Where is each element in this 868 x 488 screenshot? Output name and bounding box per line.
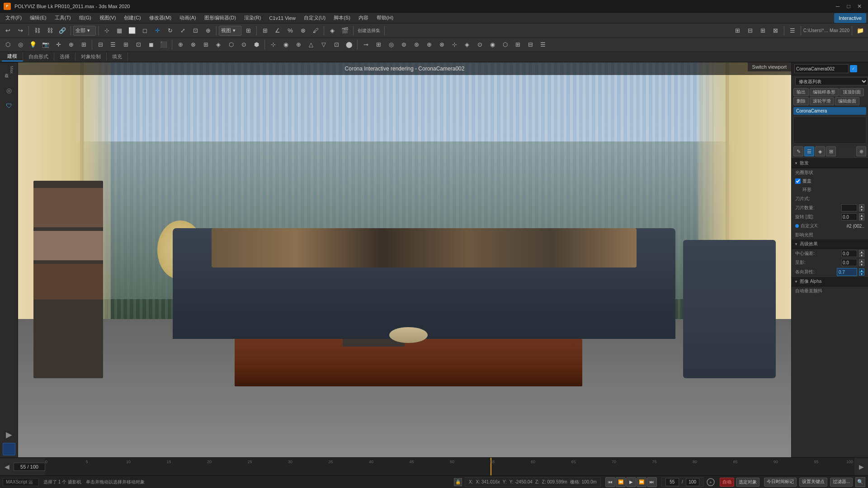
unlink-button[interactable]: ⛓ <box>44 25 56 37</box>
prev-frame-button[interactable]: ⏪ <box>616 477 626 487</box>
tool-35[interactable]: ☰ <box>537 39 549 51</box>
tool-25[interactable]: ⊛ <box>410 39 422 51</box>
maximize-button[interactable]: □ <box>844 1 854 11</box>
undo-button[interactable]: ↩ <box>2 25 14 37</box>
tab-populate[interactable]: 填充 <box>107 52 128 61</box>
panel-tab-4[interactable]: ⊞ <box>826 146 836 156</box>
center-up[interactable]: ▲ <box>859 250 864 253</box>
cross-section-button[interactable]: 顶顶剖面 <box>840 88 864 96</box>
panel-tab-1[interactable]: ✎ <box>793 146 803 156</box>
tool-15[interactable]: ◉ <box>280 39 292 51</box>
menu-render[interactable]: 渲染(R) <box>241 13 264 23</box>
close-button[interactable]: ✕ <box>854 1 864 11</box>
search-button[interactable]: 🔍 <box>855 477 865 487</box>
sidebar-gizmo-1[interactable]: ◎ <box>2 83 16 98</box>
create-camera[interactable]: 📷 <box>40 39 52 51</box>
tool-29[interactable]: ◈ <box>461 39 473 51</box>
tool-3[interactable]: ⊞ <box>120 39 132 51</box>
rotate-tool[interactable]: ↻ <box>164 25 176 37</box>
tool-30[interactable]: ⊙ <box>474 39 486 51</box>
use-pivot[interactable]: ⊕ <box>202 25 214 37</box>
tool-12[interactable]: ⊙ <box>238 39 250 51</box>
tool-24[interactable]: ⊚ <box>398 39 410 51</box>
select-region[interactable]: ◻ <box>139 25 151 37</box>
emission-section-header[interactable]: 散发 <box>792 159 868 168</box>
tool-21[interactable]: ⊸ <box>360 39 372 51</box>
workspaces[interactable]: ⊠ <box>770 25 782 37</box>
interactive-render-button[interactable]: Interactive <box>834 13 866 23</box>
modifier-list-dropdown[interactable]: 修改器列表 <box>795 77 868 85</box>
camera-name-input[interactable] <box>794 64 849 73</box>
delete-button[interactable]: 删除 <box>793 97 809 105</box>
tool-34[interactable]: ⊟ <box>524 39 536 51</box>
alpha-section-header[interactable]: 图像 Alpha <box>792 277 868 286</box>
corona-camera-item[interactable]: CoronaCamera <box>793 107 866 115</box>
panel-tab-3[interactable]: ◈ <box>815 146 825 156</box>
tab-paint[interactable]: 对象绘制 <box>75 52 107 61</box>
scale-tool[interactable]: ⤢ <box>177 25 189 37</box>
viewport-config[interactable]: ⊞ <box>242 25 254 37</box>
add-time-button[interactable]: + <box>706 478 715 487</box>
tool-22[interactable]: ⊞ <box>373 39 384 51</box>
link-button[interactable]: ⛓ <box>31 25 43 37</box>
viewport-area[interactable]: Corona Interactive rendering - CoronaCam… <box>18 62 791 457</box>
sidebar-gizmo-2[interactable]: 🛡 <box>2 99 16 113</box>
layer-manager[interactable]: ⊞ <box>732 25 744 37</box>
menu-view[interactable]: 视图(V) <box>96 13 120 23</box>
scene-explorer[interactable]: ⊟ <box>745 25 756 37</box>
rotation-input[interactable] <box>841 213 857 221</box>
snap-spinner[interactable]: ⊗ <box>297 25 309 37</box>
tool-33[interactable]: ⊞ <box>512 39 524 51</box>
tool-8[interactable]: ⊗ <box>187 39 199 51</box>
tool-19[interactable]: ⊡ <box>330 39 342 51</box>
advanced-section-header[interactable]: 高级效果 <box>792 239 868 249</box>
tool-13[interactable]: ⬢ <box>250 39 262 51</box>
timeline-next-button[interactable]: ▶ <box>854 458 868 476</box>
tool-23[interactable]: ◎ <box>385 39 397 51</box>
set-key-button[interactable]: 选定对象 <box>736 478 760 487</box>
select-object-button[interactable]: ⊹ <box>101 25 113 37</box>
tool-28[interactable]: ⊹ <box>448 39 460 51</box>
menu-c1v11[interactable]: C1v11 View <box>265 13 299 23</box>
center-offset-input[interactable] <box>841 250 857 257</box>
time-indicator[interactable]: 今日时间标记 <box>764 478 797 487</box>
tool-16[interactable]: ⊕ <box>292 39 304 51</box>
tool-20[interactable]: ⬤ <box>343 39 355 51</box>
create-system[interactable]: ⊞ <box>78 39 90 51</box>
play-button[interactable]: ▶ <box>626 477 636 487</box>
maxscript-area[interactable]: MAXScript 运 <box>3 478 39 486</box>
menu-create[interactable]: 创建(C) <box>120 13 144 23</box>
tool-5[interactable]: ◼ <box>145 39 157 51</box>
move-tool[interactable]: ✛ <box>151 25 163 37</box>
edit-style-button[interactable]: 编辑样条形 <box>810 88 839 96</box>
camera-name-confirm[interactable]: ✓ <box>850 65 857 72</box>
sidebar-play-button[interactable]: ▶ <box>2 427 16 442</box>
go-to-end-button[interactable]: ⏭ <box>647 477 657 487</box>
create-helper[interactable]: ✛ <box>52 39 64 51</box>
percent-snap[interactable]: % <box>284 25 296 37</box>
rotation-down-button[interactable]: ▼ <box>859 217 864 221</box>
panel-tab-2[interactable]: ☰ <box>804 146 814 156</box>
blade-down-button[interactable]: ▼ <box>859 208 864 211</box>
select-highlight[interactable]: 🖊 <box>310 25 321 37</box>
tool-2[interactable]: ☰ <box>107 39 119 51</box>
tool-4[interactable]: ⊡ <box>132 39 144 51</box>
cover-checkbox[interactable] <box>795 178 801 184</box>
panel-tab-5[interactable]: ⊕ <box>856 146 866 156</box>
rotation-up-button[interactable]: ▲ <box>859 213 864 217</box>
tab-modeling[interactable]: 建模 <box>2 52 23 61</box>
edit-surface-button[interactable]: 编辑曲面 <box>835 97 859 105</box>
menu-help[interactable]: 帮助(H) <box>373 13 397 23</box>
rectangular-selection[interactable]: ⬜ <box>126 25 138 37</box>
smooth-button[interactable]: 滚轮平滑 <box>810 97 834 105</box>
tool-17[interactable]: △ <box>305 39 317 51</box>
total-frame-input[interactable] <box>686 478 699 486</box>
output-button[interactable]: 输出 <box>793 88 809 96</box>
tool-18[interactable]: ▽ <box>318 39 330 51</box>
tool-32[interactable]: ⬡ <box>499 39 511 51</box>
tool-27[interactable]: ⊗ <box>436 39 448 51</box>
create-shape[interactable]: ◎ <box>14 39 26 51</box>
frame-input[interactable] <box>665 478 679 486</box>
ribbon-toggle[interactable]: ☰ <box>787 25 798 37</box>
anisotropy-up[interactable]: ▲ <box>859 268 864 272</box>
